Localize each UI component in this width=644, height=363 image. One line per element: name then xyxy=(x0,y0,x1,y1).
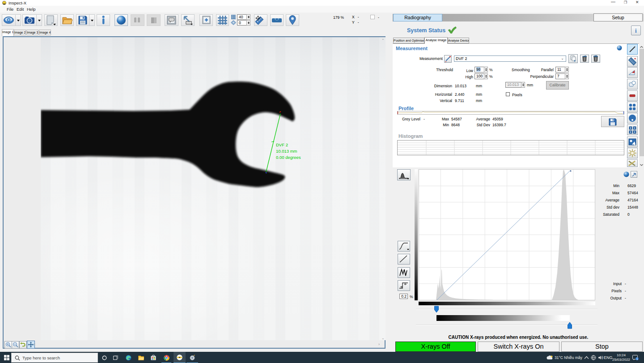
svg-text:10.013 mm: 10.013 mm xyxy=(276,149,297,154)
svg-text:1: 1 xyxy=(636,357,638,360)
svg-text:0.00 degrees: 0.00 degrees xyxy=(276,155,301,160)
svg-text:DVF 2: DVF 2 xyxy=(276,142,288,147)
